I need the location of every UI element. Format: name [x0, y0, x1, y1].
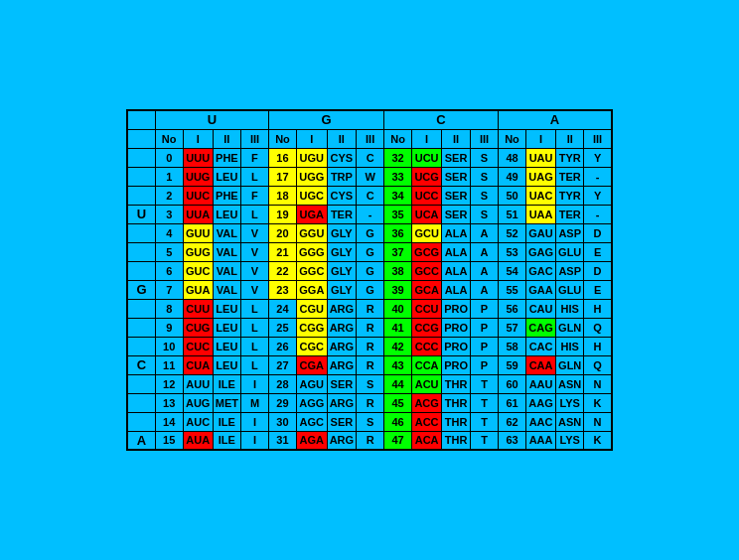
- u-no-11: 11: [155, 355, 183, 374]
- row-label-5: [127, 242, 155, 261]
- g-no-7: 23: [268, 280, 296, 299]
- g-sub-i: I: [296, 129, 327, 148]
- g-iii-10: R: [357, 337, 384, 355]
- a-no-4: 52: [499, 223, 526, 242]
- u-no-6: 6: [155, 261, 183, 280]
- c-iii-1: S: [471, 167, 499, 186]
- row-label-12: [127, 374, 155, 393]
- group-g-header: G: [268, 110, 383, 129]
- a-no-12: 60: [499, 374, 526, 393]
- g-ii-3: TER: [327, 205, 356, 223]
- a-no-10: 58: [499, 337, 526, 355]
- u-no-10: 10: [155, 337, 183, 355]
- c-no-13: 45: [384, 393, 412, 412]
- a-i-11: CAA: [526, 355, 556, 374]
- c-ii-7: ALA: [442, 280, 471, 299]
- c-iii-13: T: [471, 393, 499, 412]
- g-i-8: CGU: [296, 299, 327, 318]
- row-label-0: [127, 148, 155, 167]
- u-ii-2: PHE: [213, 186, 240, 205]
- c-no-9: 41: [384, 318, 412, 337]
- u-no-2: 2: [155, 186, 183, 205]
- a-i-7: GAA: [526, 280, 556, 299]
- row-label-10: [127, 337, 155, 355]
- u-no-9: 9: [155, 318, 183, 337]
- g-ii-15: ARG: [327, 431, 356, 450]
- c-iii-11: P: [471, 355, 499, 374]
- a-i-14: AAC: [526, 412, 556, 431]
- g-iii-8: R: [357, 299, 384, 318]
- c-no-15: 47: [384, 431, 412, 450]
- g-ii-1: TRP: [327, 167, 356, 186]
- g-no-15: 31: [268, 431, 296, 450]
- a-no-9: 57: [499, 318, 526, 337]
- c-i-13: ACG: [412, 393, 442, 412]
- u-ii-6: VAL: [213, 261, 240, 280]
- sub-corner: [127, 129, 155, 148]
- g-no-12: 28: [268, 374, 296, 393]
- a-ii-7: GLU: [556, 280, 584, 299]
- c-i-5: GCG: [412, 242, 442, 261]
- a-ii-2: TYR: [556, 186, 584, 205]
- c-iii-0: S: [471, 148, 499, 167]
- c-iii-3: S: [471, 205, 499, 223]
- a-iii-6: D: [584, 261, 612, 280]
- u-no-3: 3: [155, 205, 183, 223]
- g-i-6: GGC: [296, 261, 327, 280]
- a-no-3: 51: [499, 205, 526, 223]
- g-no-2: 18: [268, 186, 296, 205]
- c-i-3: UCA: [412, 205, 442, 223]
- c-no-3: 35: [384, 205, 412, 223]
- u-iii-15: I: [240, 431, 268, 450]
- u-i-3: UUA: [183, 205, 213, 223]
- c-no-2: 34: [384, 186, 412, 205]
- u-no-12: 12: [155, 374, 183, 393]
- a-ii-14: ASN: [556, 412, 584, 431]
- c-i-9: CCG: [412, 318, 442, 337]
- u-ii-1: LEU: [213, 167, 240, 186]
- c-ii-0: SER: [442, 148, 471, 167]
- c-i-14: ACC: [412, 412, 442, 431]
- a-ii-0: TYR: [556, 148, 584, 167]
- c-ii-2: SER: [442, 186, 471, 205]
- g-i-15: AGA: [296, 431, 327, 450]
- g-iii-15: R: [357, 431, 384, 450]
- u-ii-13: MET: [213, 393, 240, 412]
- u-iii-1: L: [240, 167, 268, 186]
- u-ii-10: LEU: [213, 337, 240, 355]
- g-no-11: 27: [268, 355, 296, 374]
- row-label-8: [127, 299, 155, 318]
- g-iii-9: R: [357, 318, 384, 337]
- a-iii-12: N: [584, 374, 612, 393]
- a-ii-12: ASN: [556, 374, 584, 393]
- a-iii-9: Q: [584, 318, 612, 337]
- u-i-13: AUG: [183, 393, 213, 412]
- c-iii-4: A: [471, 223, 499, 242]
- g-iii-12: S: [357, 374, 384, 393]
- u-i-4: GUU: [183, 223, 213, 242]
- c-ii-15: THR: [442, 431, 471, 450]
- c-no-14: 46: [384, 412, 412, 431]
- row-label-11: C: [127, 355, 155, 374]
- u-ii-4: VAL: [213, 223, 240, 242]
- c-iii-12: T: [471, 374, 499, 393]
- u-ii-5: VAL: [213, 242, 240, 261]
- c-iii-6: A: [471, 261, 499, 280]
- c-iii-2: S: [471, 186, 499, 205]
- u-iii-5: V: [240, 242, 268, 261]
- a-ii-4: ASP: [556, 223, 584, 242]
- c-no-7: 39: [384, 280, 412, 299]
- u-i-0: UUU: [183, 148, 213, 167]
- g-i-12: AGU: [296, 374, 327, 393]
- a-iii-7: E: [584, 280, 612, 299]
- g-i-2: UGC: [296, 186, 327, 205]
- g-sub-no: No: [268, 129, 296, 148]
- u-i-10: CUC: [183, 337, 213, 355]
- c-sub-ii: II: [442, 129, 471, 148]
- g-ii-0: CYS: [327, 148, 356, 167]
- c-sub-iii: III: [471, 129, 499, 148]
- a-i-13: AAG: [526, 393, 556, 412]
- u-no-4: 4: [155, 223, 183, 242]
- u-no-0: 0: [155, 148, 183, 167]
- a-iii-15: K: [584, 431, 612, 450]
